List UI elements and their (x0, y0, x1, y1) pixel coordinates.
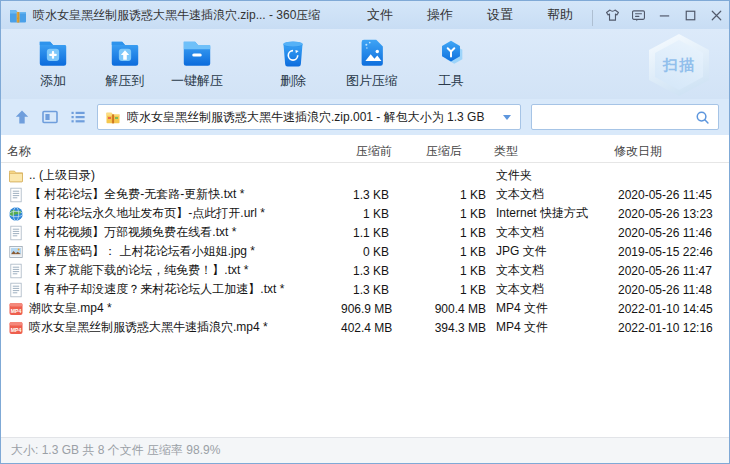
column-header-2[interactable]: 压缩后 (426, 135, 462, 167)
file-type: Internet 快捷方式 (486, 205, 616, 222)
status-bar: 大小: 1.3 GB 共 8 个文件 压缩率 98.9% (1, 437, 729, 463)
svg-text:MP4: MP4 (11, 326, 22, 332)
menu-item-1[interactable]: 操作 (410, 1, 470, 29)
modified-date: 2020-05-26 11:46 (616, 226, 729, 240)
menu-item-3[interactable]: 帮助 (530, 1, 590, 29)
image-compress-icon (355, 36, 389, 70)
txt-file-icon (8, 187, 24, 203)
search-input[interactable] (540, 110, 689, 124)
size-before: 1 KB (341, 207, 389, 221)
archive-path-combobox[interactable]: 喷水女皇黑丝制服诱惑大黑牛速插浪穴.zip.001 - 解包大小为 1.3 GB (97, 104, 521, 130)
jpg-file-icon (8, 244, 24, 260)
modified-date: 2020-05-26 11:45 (616, 188, 729, 202)
minimize-icon[interactable] (651, 1, 677, 29)
file-name: 【 村花论坛永久地址发布页】-点此打开.url * (29, 205, 265, 222)
size-before: 1.3 KB (341, 264, 389, 278)
txt-file-icon (8, 225, 24, 241)
url-file-icon (8, 206, 24, 222)
folder-icon (8, 168, 24, 184)
chevron-down-icon[interactable] (501, 111, 513, 123)
mp4-file-icon: MP4 (8, 301, 24, 317)
toolbar-label: 添加 (40, 72, 66, 90)
size-before: 906.9 MB (341, 302, 389, 316)
file-row[interactable]: 【 解压密码】： 上村花论坛看小姐姐.jpg *0 KB1 KBJPG 文件20… (1, 242, 729, 261)
toolbar-label: 解压到 (106, 72, 145, 90)
toolbar-label: 一键解压 (171, 72, 223, 90)
titlebar-divider (592, 10, 593, 26)
txt-file-icon (8, 263, 24, 279)
archive-path-text: 喷水女皇黑丝制服诱惑大黑牛速插浪穴.zip.001 - 解包大小为 1.3 GB (127, 109, 495, 126)
preview-pane-icon[interactable] (41, 108, 59, 126)
file-row[interactable]: 【 有种子却没速度？来村花论坛人工加速】.txt *1.3 KB1 KB文本文档… (1, 280, 729, 299)
size-before: 0 KB (341, 245, 389, 259)
file-row[interactable]: 【 村花视频】万部视频免费在线看.txt *1.1 KB1 KB文本文档2020… (1, 223, 729, 242)
svg-text:MP4: MP4 (11, 307, 22, 313)
size-after: 1 KB (389, 245, 486, 259)
column-header-3[interactable]: 类型 (494, 135, 518, 167)
toolbar-extract-to[interactable]: 解压到 (89, 34, 161, 90)
menu-bar: 文件操作设置帮助 (350, 1, 590, 29)
size-before: 1.1 KB (341, 226, 389, 240)
close-icon[interactable] (703, 1, 729, 29)
file-row[interactable]: .. (上级目录)文件夹 (1, 166, 729, 185)
file-type: JPG 文件 (486, 243, 616, 260)
file-row[interactable]: 【 来了就能下载的论坛，纯免费！】.txt *1.3 KB1 KB文本文档202… (1, 261, 729, 280)
menu-item-0[interactable]: 文件 (350, 1, 410, 29)
search-box (531, 104, 719, 130)
column-header-1[interactable]: 压缩前 (356, 135, 392, 167)
toolbar-delete[interactable]: 删除 (257, 34, 329, 90)
toolbar-add-archive[interactable]: 添加 (17, 34, 89, 90)
size-before: 402.4 MB (341, 321, 389, 335)
modified-date: 2020-05-26 11:48 (616, 283, 729, 297)
list-view-icon[interactable] (69, 108, 87, 126)
maximize-icon[interactable] (677, 1, 703, 29)
toolbar-one-click-extract[interactable]: 一键解压 (161, 34, 233, 90)
archive-file-icon (105, 109, 121, 125)
file-name: 喷水女皇黑丝制服诱惑大黑牛速插浪穴.mp4 * (29, 319, 268, 336)
column-header-row: 名称压缩前压缩后类型修改日期 (1, 135, 729, 163)
file-name: 【 有种子却没速度？来村花论坛人工加速】.txt * (29, 281, 284, 298)
column-header-4[interactable]: 修改日期 (614, 135, 662, 167)
toolbar-label: 图片压缩 (346, 72, 398, 90)
title-bar: 喷水女皇黑丝制服诱惑大黑牛速插浪穴.zip... - 360压缩 文件操作设置帮… (1, 1, 729, 29)
size-after: 900.4 MB (389, 302, 486, 316)
window-title: 喷水女皇黑丝制服诱惑大黑牛速插浪穴.zip... - 360压缩 (33, 7, 320, 24)
window-controls (599, 1, 729, 29)
file-name: 【 村花论坛】全免费-无套路-更新快.txt * (29, 186, 244, 203)
toolbar-tools[interactable]: 工具 (415, 34, 487, 90)
size-after: 1 KB (389, 264, 486, 278)
modified-date: 2022-01-10 14:45 (616, 302, 729, 316)
file-type: 文本文档 (486, 224, 616, 241)
file-name: 【 村花视频】万部视频免费在线看.txt * (29, 224, 236, 241)
column-header-0[interactable]: 名称 (7, 135, 31, 167)
file-name: 【 来了就能下载的论坛，纯免费！】.txt * (29, 262, 248, 279)
add-archive-icon (36, 36, 70, 70)
toolbar-label: 删除 (280, 72, 306, 90)
menu-item-2[interactable]: 设置 (470, 1, 530, 29)
size-before: 1.3 KB (341, 283, 389, 297)
file-name: .. (上级目录) (29, 167, 95, 184)
scan-badge[interactable]: 扫描 (649, 34, 709, 96)
feedback-icon[interactable] (625, 1, 651, 29)
file-row[interactable]: 【 村花论坛永久地址发布页】-点此打开.url *1 KB1 KBInterne… (1, 204, 729, 223)
file-list: .. (上级目录)文件夹【 村花论坛】全免费-无套路-更新快.txt *1.3 … (1, 163, 729, 437)
size-before: 1.3 KB (341, 188, 389, 202)
app-window: 喷水女皇黑丝制服诱惑大黑牛速插浪穴.zip... - 360压缩 文件操作设置帮… (0, 0, 730, 464)
search-icon[interactable] (695, 110, 710, 125)
file-type: 文本文档 (486, 186, 616, 203)
txt-file-icon (8, 282, 24, 298)
size-after: 1 KB (389, 207, 486, 221)
zip-app-icon (9, 6, 27, 24)
file-row[interactable]: MP4潮吹女皇.mp4 *906.9 MB900.4 MBMP4 文件2022-… (1, 299, 729, 318)
size-after: 1 KB (389, 283, 486, 297)
modified-date: 2020-05-26 11:47 (616, 264, 729, 278)
up-directory-icon[interactable] (13, 108, 31, 126)
file-type: MP4 文件 (486, 319, 616, 336)
file-row[interactable]: 【 村花论坛】全免费-无套路-更新快.txt *1.3 KB1 KB文本文档20… (1, 185, 729, 204)
toolbar-image-compress[interactable]: 图片压缩 (329, 34, 415, 90)
file-row[interactable]: MP4喷水女皇黑丝制服诱惑大黑牛速插浪穴.mp4 *402.4 MB394.3 … (1, 318, 729, 337)
toolbar-label: 工具 (438, 72, 464, 90)
skin-shirt-icon[interactable] (599, 1, 625, 29)
file-type: 文本文档 (486, 262, 616, 279)
modified-date: 2020-05-26 13:23 (616, 207, 729, 221)
